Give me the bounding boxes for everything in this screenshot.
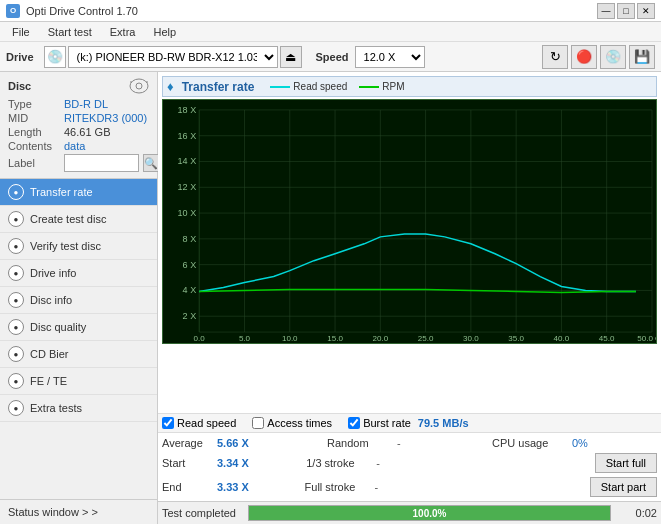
- nav-item-verify-test-disc[interactable]: ● Verify test disc: [0, 233, 157, 260]
- disc-header: Disc: [8, 78, 149, 94]
- chart-title: Transfer rate: [182, 80, 255, 94]
- chart-legend: Read speed RPM: [270, 81, 404, 92]
- stats-row-average: Average 5.66 X Random - CPU usage 0%: [162, 435, 657, 451]
- drive-icon: 💿: [44, 46, 66, 68]
- stat-cpu-value: 0%: [572, 437, 588, 449]
- svg-text:50.0 GB: 50.0 GB: [637, 334, 656, 343]
- legend-rpm: RPM: [359, 81, 404, 92]
- disc-type-row: Type BD-R DL: [8, 98, 149, 110]
- access-times-checkbox-label[interactable]: Access times: [252, 417, 332, 429]
- progress-bar-inner: 100.0%: [249, 506, 610, 520]
- disc-mid-row: MID RITEKDR3 (000): [8, 112, 149, 124]
- content-area: ♦ Transfer rate Read speed RPM: [158, 72, 661, 524]
- menu-file[interactable]: File: [4, 24, 38, 40]
- disc-label-input[interactable]: [64, 154, 139, 172]
- legend-read-speed: Read speed: [270, 81, 347, 92]
- stats-row-start: Start 3.34 X 1/3 stroke - Start full: [162, 451, 657, 475]
- svg-text:45.0: 45.0: [599, 334, 615, 343]
- disc-label-row: Label 🔍: [8, 154, 149, 172]
- svg-text:5.0: 5.0: [239, 334, 251, 343]
- menu-extra[interactable]: Extra: [102, 24, 144, 40]
- nav-icon-cd-bier: ●: [8, 346, 24, 362]
- nav-item-cd-bier[interactable]: ● CD Bier: [0, 341, 157, 368]
- title-bar: O Opti Drive Control 1.70 — □ ✕: [0, 0, 661, 22]
- stat-cpu-label: CPU usage: [492, 437, 572, 449]
- stat-1-3-label: 1/3 stroke: [306, 457, 376, 469]
- burst-rate-checkbox[interactable]: [348, 417, 360, 429]
- menu-help[interactable]: Help: [145, 24, 184, 40]
- nav-icon-disc-quality: ●: [8, 319, 24, 335]
- svg-text:10 X: 10 X: [178, 208, 197, 218]
- stat-average-group: Average 5.66 X: [162, 437, 327, 449]
- toolbar-buttons: ↻ 🔴 💿 💾: [542, 45, 655, 69]
- svg-point-0: [130, 79, 148, 93]
- nav-item-drive-info[interactable]: ● Drive info: [0, 260, 157, 287]
- start-full-button[interactable]: Start full: [595, 453, 657, 473]
- legend-color-read: [270, 86, 290, 88]
- disc-contents-row: Contents data: [8, 140, 149, 152]
- svg-text:12 X: 12 X: [178, 182, 197, 192]
- legend-color-rpm: [359, 86, 379, 88]
- stat-random-value: -: [397, 437, 427, 449]
- stat-random-group: Random -: [327, 437, 492, 449]
- start-part-button[interactable]: Start part: [590, 477, 657, 497]
- stat-cpu-group: CPU usage 0%: [492, 437, 657, 449]
- nav-item-extra-tests[interactable]: ● Extra tests: [0, 395, 157, 422]
- stat-average-value: 5.66 X: [217, 437, 262, 449]
- nav-item-disc-quality[interactable]: ● Disc quality: [0, 314, 157, 341]
- burst-rate-checkbox-label[interactable]: Burst rate 79.5 MB/s: [348, 417, 468, 429]
- disc-label-button[interactable]: 🔍: [143, 154, 159, 172]
- chart-container: 18 X 16 X 14 X 12 X 10 X 8 X 6 X 4 X 2 X…: [162, 99, 657, 344]
- stat-end-group: End 3.33 X: [162, 481, 305, 493]
- nav-item-disc-info[interactable]: ● Disc info: [0, 287, 157, 314]
- svg-text:4 X: 4 X: [183, 285, 197, 295]
- read-speed-checkbox[interactable]: [162, 417, 174, 429]
- stat-start-group: Start 3.34 X: [162, 457, 306, 469]
- maximize-button[interactable]: □: [617, 3, 635, 19]
- title-bar-left: O Opti Drive Control 1.70: [6, 4, 138, 18]
- nav-item-create-test-disc[interactable]: ● Create test disc: [0, 206, 157, 233]
- app-title: Opti Drive Control 1.70: [26, 5, 138, 17]
- progress-label: Test completed: [162, 507, 242, 519]
- eject-button[interactable]: ⏏: [280, 46, 302, 68]
- close-button[interactable]: ✕: [637, 3, 655, 19]
- read-speed-checkbox-label[interactable]: Read speed: [162, 417, 236, 429]
- chart-section: ♦ Transfer rate Read speed RPM: [158, 72, 661, 413]
- stat-end-label: End: [162, 481, 217, 493]
- stat-1-3-group: 1/3 stroke -: [306, 457, 450, 469]
- svg-text:14 X: 14 X: [178, 157, 197, 167]
- disc-length-row: Length 46.61 GB: [8, 126, 149, 138]
- status-window-button[interactable]: Status window > >: [0, 500, 157, 524]
- eject2-button[interactable]: 💿: [600, 45, 626, 69]
- svg-text:8 X: 8 X: [183, 234, 197, 244]
- progress-bar-section: Test completed 100.0% 0:02: [158, 501, 661, 524]
- menu-start-test[interactable]: Start test: [40, 24, 100, 40]
- drive-label: Drive: [6, 51, 34, 63]
- save-button[interactable]: 💾: [629, 45, 655, 69]
- menu-bar: File Start test Extra Help: [0, 22, 661, 42]
- title-bar-controls: — □ ✕: [597, 3, 655, 19]
- drive-select[interactable]: (k:) PIONEER BD-RW BDR-X12 1.03: [68, 46, 278, 68]
- stat-full-stroke-label: Full stroke: [305, 481, 375, 493]
- chart-title-icon: ♦: [167, 79, 174, 94]
- progress-time: 0:02: [617, 507, 657, 519]
- access-times-checkbox[interactable]: [252, 417, 264, 429]
- minimize-button[interactable]: —: [597, 3, 615, 19]
- disc-info-panel: Disc Type BD-R DL MID RITEKDR3 (000): [0, 72, 157, 179]
- svg-text:35.0: 35.0: [508, 334, 524, 343]
- svg-text:16 X: 16 X: [178, 131, 197, 141]
- disc-section-label: Disc: [8, 80, 31, 92]
- svg-text:15.0: 15.0: [327, 334, 343, 343]
- nav-item-transfer-rate[interactable]: ● Transfer rate: [0, 179, 157, 206]
- svg-text:2 X: 2 X: [183, 311, 197, 321]
- progress-bar-outer: 100.0%: [248, 505, 611, 521]
- nav-item-fe-te[interactable]: ● FE / TE: [0, 368, 157, 395]
- stat-start-value: 3.34 X: [217, 457, 262, 469]
- disc-type-value: BD-R DL: [64, 98, 108, 110]
- sidebar-bottom: Status window > >: [0, 499, 157, 524]
- speed-select[interactable]: 12.0 X: [355, 46, 425, 68]
- refresh-button[interactable]: ↻: [542, 45, 568, 69]
- disc-button[interactable]: 🔴: [571, 45, 597, 69]
- svg-rect-4: [163, 100, 656, 343]
- svg-text:25.0: 25.0: [418, 334, 434, 343]
